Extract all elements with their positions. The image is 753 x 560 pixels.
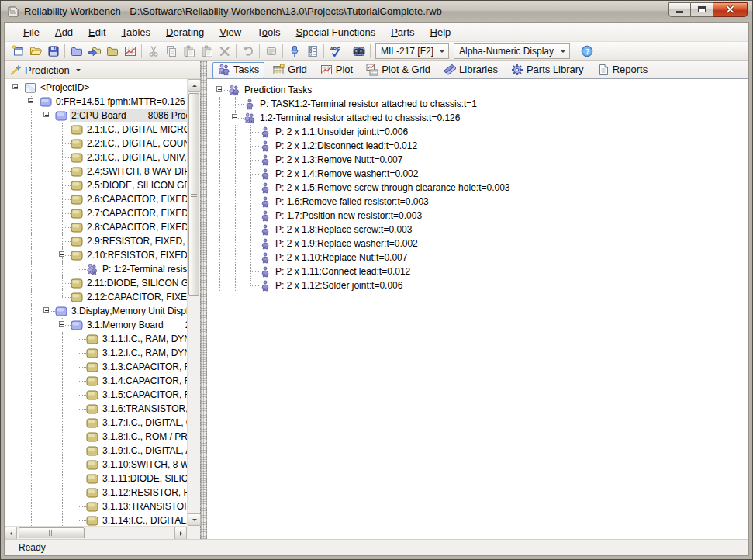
panel-splitter[interactable]: [200, 61, 207, 539]
project-tree-row[interactable]: 3.1.13:TRANSISTOR, P: [8, 500, 187, 513]
copy-button[interactable]: [162, 43, 180, 60]
project-tree-row[interactable]: 0:FR=14.51 fpmh:MTTR=0.126 hrs: [8, 95, 187, 109]
task-tree-row[interactable]: P: 2 x 1.5:Remove screw through clearanc…: [212, 181, 748, 195]
menu-tables[interactable]: Tables: [114, 24, 159, 40]
scroll-down-button[interactable]: [188, 513, 201, 526]
expand-toggle[interactable]: [232, 114, 237, 119]
project-tree-row[interactable]: 2.8:CAPACITOR, FIXED, SC: [8, 220, 187, 234]
menu-file[interactable]: File: [16, 24, 47, 40]
tab-reports[interactable]: Reports: [592, 62, 654, 78]
task-tree-row[interactable]: P: 2 x 1.8:Replace screw:t=0.003: [212, 223, 748, 237]
task-tree-row[interactable]: P: 2 x 1.3:Remove Nut:t=0.007: [212, 153, 748, 167]
horizontal-scrollbar[interactable]: [5, 526, 187, 539]
horizontal-scroll-track[interactable]: [17, 527, 174, 539]
menu-special-functions[interactable]: Special Functions: [288, 24, 384, 40]
paste-button[interactable]: [180, 43, 198, 60]
display-mode-combo[interactable]: Alpha-Numeric Display: [454, 43, 570, 59]
task-tree-row[interactable]: P: TASK1:2-Terminal resistor attached to…: [212, 97, 748, 111]
task-tree-row[interactable]: P: 2 x 1.4:Remove washer:t=0.002: [212, 167, 748, 181]
spellcheck-button[interactable]: ABC: [326, 43, 344, 60]
project-tree-row[interactable]: 2.5:DIODE, SILICON GENER: [8, 178, 187, 192]
tab-grid[interactable]: Grid: [267, 62, 313, 78]
project-tree-row[interactable]: 3.1:Memory Board256: [8, 318, 187, 332]
help-button[interactable]: ?: [578, 43, 596, 60]
project-tree-row[interactable]: 3.1.3:CAPACITOR, FIXE: [8, 360, 187, 374]
project-tree-row[interactable]: 2.3:I.C., DIGITAL, UNIV. MU: [8, 150, 187, 164]
scroll-right-button[interactable]: [174, 527, 187, 540]
expand-toggle[interactable]: [59, 321, 64, 327]
project-tree-row[interactable]: 3.1.6:TRANSISTOR, SIL: [8, 402, 187, 416]
task-tree-row[interactable]: P: 1.6:Remove failed resistor:t=0.003: [212, 195, 748, 209]
project-tree-row[interactable]: 2.2:I.C., DIGITAL, COUNTER: [8, 137, 187, 150]
project-tree-row[interactable]: P: 1:2-Terminal resistor: [8, 262, 187, 276]
project-tree-row[interactable]: 2.1:I.C., DIGITAL MICROPRO: [8, 123, 187, 137]
menu-tools[interactable]: Tools: [249, 24, 288, 40]
project-tree-row[interactable]: 3.1.8:I.C., ROM / PROM,: [8, 430, 187, 444]
expand-toggle[interactable]: [43, 307, 49, 313]
project-tree-row[interactable]: 3.1.14:I.C., DIGITAL, DA: [8, 513, 187, 526]
menu-edit[interactable]: Edit: [81, 24, 113, 40]
project-tree-row[interactable]: 3.1.4:CAPACITOR, FIXE: [8, 374, 187, 388]
menu-add[interactable]: Add: [47, 24, 81, 40]
menu-parts[interactable]: Parts: [383, 24, 422, 40]
scroll-left-button[interactable]: [5, 527, 17, 540]
minimize-button[interactable]: [668, 2, 691, 17]
find-button[interactable]: [350, 43, 368, 60]
project-tree-row[interactable]: 2.4:SWITCH, 8 WAY DIP:FR: [8, 164, 187, 178]
task-tree-row[interactable]: Prediction Tasks: [212, 83, 748, 97]
project-tree-row[interactable]: 3.1.7:I.C., DIGITAL, COU: [8, 416, 187, 430]
project-tree-row[interactable]: 2.11:DIODE, SILICON GENE: [8, 276, 187, 290]
new-project-button[interactable]: [9, 43, 26, 60]
vertical-scroll-track[interactable]: [188, 92, 200, 513]
project-tree-row[interactable]: 3.1.12:RESISTOR, FIXE: [8, 486, 187, 500]
goto-block-button[interactable]: [85, 43, 103, 60]
expand-toggle[interactable]: [59, 251, 64, 257]
add-block-button[interactable]: [67, 43, 85, 60]
cut-button[interactable]: [144, 43, 162, 60]
scroll-up-button[interactable]: [188, 79, 201, 92]
paste-special-button[interactable]: [198, 43, 216, 60]
grid-chart-button[interactable]: [121, 43, 139, 60]
prediction-pane-header[interactable]: Prediction: [5, 61, 200, 79]
expand-toggle[interactable]: [28, 98, 33, 103]
tab-libraries[interactable]: Libraries: [438, 62, 503, 78]
delete-button[interactable]: [216, 43, 233, 60]
task-tree-row[interactable]: P: 1.7:Position new resistor:t=0.003: [212, 209, 748, 223]
add-component-button[interactable]: [103, 43, 121, 60]
project-tree-row[interactable]: 2.9:RESISTOR, FIXED, FILM: [8, 234, 187, 248]
project-tree-row[interactable]: 3.1.9:I.C., DIGITAL, ARI: [8, 444, 187, 458]
menu-help[interactable]: Help: [423, 24, 459, 40]
menu-view[interactable]: View: [212, 24, 249, 40]
vertical-scroll-thumb[interactable]: [188, 93, 199, 296]
standard-selector-combo[interactable]: MIL-217 [F2]: [375, 43, 449, 59]
notes-button[interactable]: [262, 43, 280, 60]
project-tree-row[interactable]: 2.6:CAPACITOR, FIXED, CE: [8, 192, 187, 206]
project-tree-row[interactable]: 2.7:CAPACITOR, FIXED, SC: [8, 206, 187, 220]
project-tree-row[interactable]: 2.10:RESISTOR, FIXED, ME: [8, 248, 187, 262]
project-tree-row[interactable]: 3:Display;Memory Unit Display: [8, 304, 187, 318]
tab-plot[interactable]: Plot: [315, 62, 358, 78]
expand-toggle[interactable]: [216, 86, 222, 92]
project-tree-row[interactable]: 3.1.5:CAPACITOR, FIXE: [8, 388, 187, 402]
project-tree-row[interactable]: 3.1.11:DIODE, SILICON: [8, 472, 187, 486]
horizontal-scroll-thumb[interactable]: [19, 527, 85, 538]
save-button[interactable]: [44, 43, 62, 60]
task-tree-row[interactable]: 1:2-Terminal resistor attached to chassi…: [212, 111, 748, 125]
task-tree-row[interactable]: P: 2 x 1.1:Unsolder joint:t=0.006: [212, 125, 748, 139]
pin-button[interactable]: [285, 43, 303, 60]
task-tree-row[interactable]: P: 2 x 1.11:Connect lead:t=0.012: [212, 264, 748, 278]
project-tree-row[interactable]: 2.12:CAPACITOR, FIXED, P: [8, 290, 187, 304]
vertical-scrollbar[interactable]: [187, 79, 200, 526]
project-tree-row[interactable]: 3.1.2:I.C., RAM, DYNAM: [8, 346, 187, 360]
checklist-button[interactable]: [303, 43, 321, 60]
project-tree-row[interactable]: 2:CPU Board8086 Proce: [8, 109, 187, 123]
close-button[interactable]: [713, 2, 748, 17]
task-tree-row[interactable]: P: 2 x 1.2:Disconnect lead:t=0.012: [212, 139, 748, 153]
title-bar[interactable]: Reliability Workbench - D:\Software\Reli…: [1, 1, 752, 22]
undo-button[interactable]: [239, 43, 257, 60]
project-tree-row[interactable]: <ProjectID>: [8, 81, 187, 95]
task-tree-row[interactable]: P: 2 x 1.9:Replace washer:t=0.002: [212, 237, 748, 251]
tab-tasks[interactable]: Tasks: [212, 62, 264, 78]
task-tree-row[interactable]: P: 2 x 1.12:Solder joint:t=0.006: [212, 278, 748, 292]
tab-parts-library[interactable]: Parts Library: [506, 62, 589, 78]
